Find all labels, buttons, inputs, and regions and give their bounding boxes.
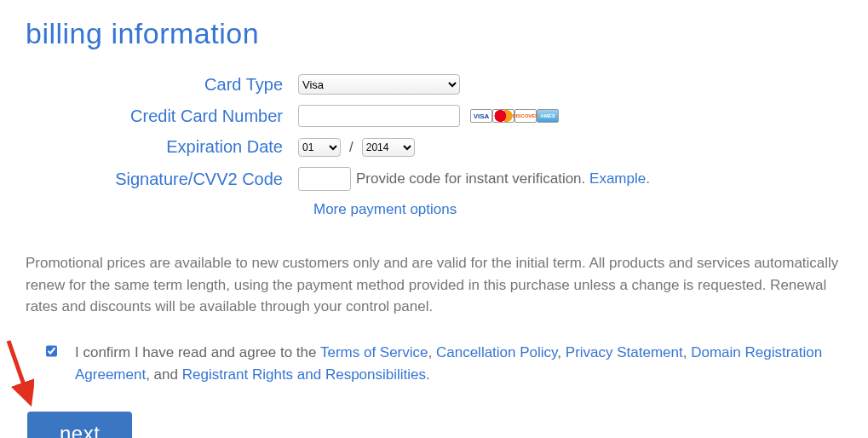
annotation-arrow-icon — [0, 337, 34, 413]
visa-icon: VISA — [470, 109, 492, 123]
cvv-input[interactable] — [298, 167, 351, 191]
exp-slash: / — [349, 139, 354, 156]
row-card-type: Card Type Visa — [26, 74, 842, 95]
cancellation-policy-link[interactable]: Cancellation Policy — [436, 344, 557, 360]
confirm-checkbox[interactable] — [46, 345, 57, 357]
label-card-number: Credit Card Number — [26, 107, 298, 126]
more-payment-options-link[interactable]: More payment options — [313, 201, 457, 217]
exp-month-select[interactable]: 01 — [298, 138, 341, 157]
row-expiration: Expiration Date 01 / 2014 — [26, 137, 842, 157]
confirm-text: I confirm I have read and agree to the T… — [75, 342, 842, 387]
row-cvv: Signature/CVV2 Code Provide code for ins… — [26, 167, 842, 191]
card-number-input[interactable] — [298, 105, 460, 127]
mastercard-icon — [492, 109, 514, 123]
label-card-type: Card Type — [26, 75, 298, 95]
label-expiration: Expiration Date — [26, 137, 298, 157]
page-title: billing information — [26, 17, 842, 50]
next-button[interactable]: next — [27, 412, 132, 438]
exp-year-select[interactable]: 2014 — [362, 138, 415, 157]
card-brand-icons: VISA DISCOVER AMEX — [470, 109, 559, 123]
billing-form: Card Type Visa Credit Card Number VISA D… — [26, 74, 842, 218]
terms-of-service-link[interactable]: Terms of Service — [320, 344, 428, 360]
discover-icon: DISCOVER — [514, 109, 537, 123]
promo-text: Promotional prices are available to new … — [26, 252, 842, 318]
privacy-statement-link[interactable]: Privacy Statement — [566, 344, 683, 360]
cvv-hint: Provide code for instant verification. E… — [356, 170, 650, 187]
row-card-number: Credit Card Number VISA DISCOVER AMEX — [26, 105, 842, 127]
registrant-rights-link[interactable]: Registrant Rights and Responsibilities — [182, 366, 426, 383]
card-type-select[interactable]: Visa — [298, 74, 460, 95]
amex-icon: AMEX — [537, 109, 559, 123]
confirm-row: I confirm I have read and agree to the T… — [43, 342, 842, 387]
label-cvv: Signature/CVV2 Code — [26, 170, 298, 189]
cvv-example-link[interactable]: Example — [589, 170, 646, 187]
